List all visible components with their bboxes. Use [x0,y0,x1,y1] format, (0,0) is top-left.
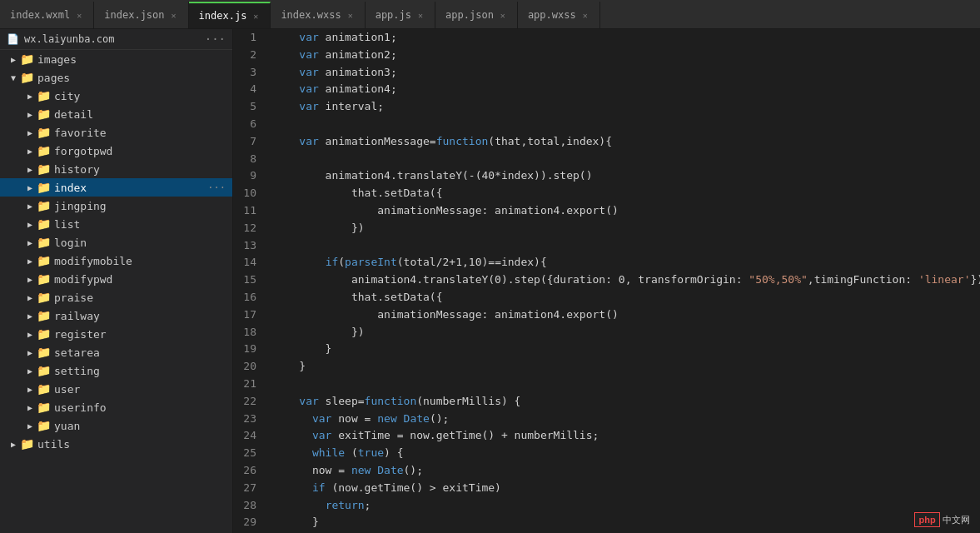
table-row: 13 [233,237,980,255]
folder-icon: 📁 [37,236,51,249]
sidebar-item-userinfo[interactable]: ▶ 📁 userinfo [0,398,232,416]
line-number: 4 [233,81,266,98]
tab-app-wxss[interactable]: app.wxss ✕ [518,2,600,28]
arrow-icon: ▶ [7,440,20,449]
tab-label: index.wxml [10,9,70,21]
tab-close-icon[interactable]: ✕ [75,10,83,21]
table-row: 6 [233,116,980,133]
sidebar-root-icon: 📄 [7,33,19,45]
line-code: var exitTime = now.getTime() + numberMil… [266,427,980,445]
sidebar-item-login[interactable]: ▶ 📁 login [0,233,232,252]
tab-label: index.js [199,10,247,22]
sidebar-label-setting: setting [54,365,232,377]
line-number: 10 [233,185,266,202]
table-row: 10 that.setData({ [233,185,980,202]
sidebar-item-index[interactable]: ▶ 📁 index ··· [0,178,232,197]
line-code: now = new Date(); [266,462,980,480]
arrow-icon: ▶ [23,385,37,394]
tab-app-json[interactable]: app.json ✕ [435,2,518,28]
sidebar-item-city[interactable]: ▶ 📁 city [0,87,232,105]
sidebar-item-yuan[interactable]: ▶ 📁 yuan [0,416,232,435]
tab-index-wxss[interactable]: index.wxss ✕ [271,2,365,28]
sidebar-item-setarea[interactable]: ▶ 📁 setarea [0,343,232,361]
tab-index-json[interactable]: index.json ✕ [94,2,188,28]
main-area: 📄 wx.laiyunba.com ··· ▶ 📁 images ▼ 📁 pag… [0,29,980,533]
tab-app-js[interactable]: app.js ✕ [366,2,435,28]
tab-close-icon[interactable]: ✕ [416,10,425,21]
folder-icon: 📁 [37,272,51,286]
line-number: 2 [233,47,266,64]
tab-close-icon[interactable]: ✕ [499,10,507,21]
tab-label: app.wxss [528,9,576,21]
tab-close-icon[interactable]: ✕ [581,10,589,21]
sidebar-item-praise[interactable]: ▶ 📁 praise [0,288,232,306]
line-number: 23 [233,411,266,428]
sidebar-item-forgotpwd[interactable]: ▶ 📁 forgotpwd [0,142,232,160]
line-code: } [266,514,980,531]
code-editor[interactable]: 1 var animation1;2 var animation2;3 var … [233,29,980,533]
line-code: var interval; [266,98,980,116]
table-row: 17 animationMessage: animation4.export() [233,306,980,324]
line-code: var now = new Date(); [266,411,980,428]
sidebar-item-favorite[interactable]: ▶ 📁 favorite [0,123,232,142]
sidebar-item-history[interactable]: ▶ 📁 history [0,160,232,178]
sidebar-item-modifymobile[interactable]: ▶ 📁 modifymobile [0,252,232,270]
folder-icon: 📁 [37,382,51,396]
sidebar-label-modifymobile: modifymobile [54,255,232,267]
line-number: 6 [233,116,266,133]
arrow-icon: ▶ [23,403,37,412]
folder-icon: 📁 [20,437,34,451]
sidebar-label-register: register [54,328,232,341]
sidebar-item-detail[interactable]: ▶ 📁 detail [0,105,232,123]
line-code: animationMessage: animation4.export() [266,306,980,324]
sidebar-label-images: images [37,53,232,66]
tab-bar: index.wxml ✕ index.json ✕ index.js ✕ ind… [0,0,980,29]
sidebar-label-setarea: setarea [54,346,232,359]
line-code: animationMessage: animation4.export() [266,202,980,220]
sidebar-item-images[interactable]: ▶ 📁 images [0,50,232,68]
line-number: 14 [233,254,266,271]
tab-close-icon[interactable]: ✕ [170,10,178,21]
line-code: var animation2; [266,47,980,64]
line-code: animation4.translateY(0).step({duration:… [266,271,980,289]
arrow-icon: ▶ [23,238,37,247]
tab-close-icon[interactable]: ✕ [346,10,355,21]
sidebar-root[interactable]: 📄 wx.laiyunba.com ··· [0,29,232,50]
sidebar-item-utils[interactable]: ▶ 📁 utils [0,435,232,453]
sidebar-label-forgotpwd: forgotpwd [54,145,232,157]
sidebar-label-jingping: jingping [54,200,232,212]
code-table: 1 var animation1;2 var animation2;3 var … [233,29,980,533]
sidebar-label-modifypwd: modifypwd [54,273,232,286]
table-row: 25 while (true) { [233,445,980,462]
arrow-icon: ▼ [7,73,20,82]
table-row: 12 }) [233,220,980,237]
sidebar-item-jingping[interactable]: ▶ 📁 jingping [0,197,232,215]
item-dots[interactable]: ··· [207,182,226,193]
folder-icon: 📁 [37,401,51,414]
tab-close-icon[interactable]: ✕ [251,11,260,22]
sidebar-item-railway[interactable]: ▶ 📁 railway [0,306,232,325]
sidebar-item-setting[interactable]: ▶ 📁 setting [0,361,232,380]
arrow-icon: ▶ [23,128,37,137]
sidebar-item-list[interactable]: ▶ 📁 list [0,215,232,233]
line-code [266,376,980,393]
arrow-icon: ▶ [23,257,37,266]
tab-index-js[interactable]: index.js ✕ [189,2,271,28]
tab-index-wxml[interactable]: index.wxml ✕ [0,2,94,28]
table-row: 19 } [233,341,980,358]
line-code: that.setData({ [266,289,980,306]
folder-icon: 📁 [37,327,51,341]
table-row: 16 that.setData({ [233,289,980,306]
sidebar-item-register[interactable]: ▶ 📁 register [0,325,232,343]
sidebar-item-pages[interactable]: ▼ 📁 pages [0,68,232,87]
folder-icon: 📁 [37,346,51,359]
sidebar-label-list: list [54,218,232,231]
sidebar-root-dots[interactable]: ··· [205,32,226,46]
sidebar-item-modifypwd[interactable]: ▶ 📁 modifypwd [0,270,232,288]
line-code: var animationMessage=function(that,total… [266,133,980,151]
folder-icon: 📁 [37,254,51,267]
table-row: 15 animation4.translateY(0).step({durati… [233,271,980,289]
sidebar-label-history: history [54,163,232,176]
sidebar-item-user[interactable]: ▶ 📁 user [0,380,232,398]
tab-label: index.wxss [281,9,341,21]
